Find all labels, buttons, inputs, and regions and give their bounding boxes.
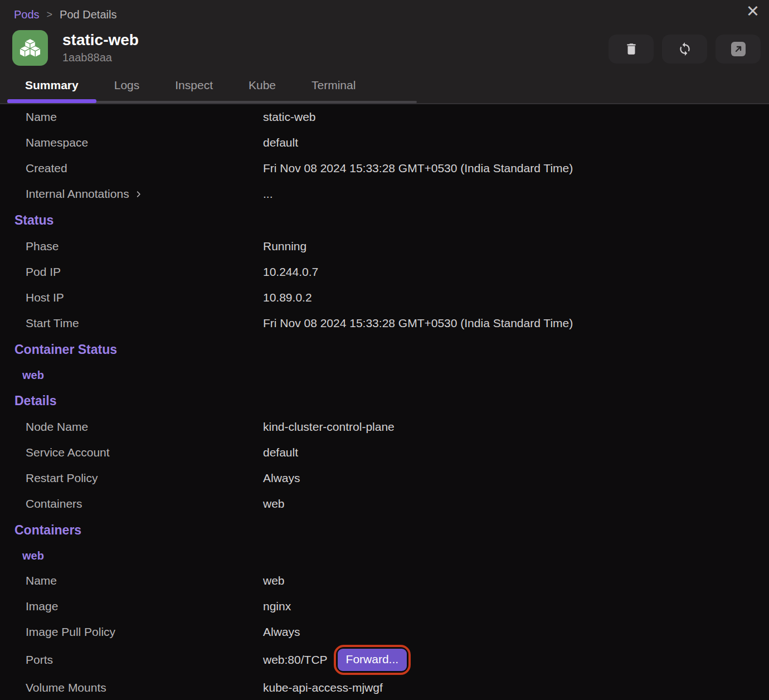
table-row: Internal Annotations... bbox=[0, 181, 769, 207]
section-heading: Status bbox=[0, 207, 769, 234]
row-label-text: Start Time bbox=[26, 317, 79, 330]
trash-icon bbox=[624, 42, 639, 56]
table-row: Nameweb bbox=[0, 568, 769, 594]
row-label-text: Ports bbox=[26, 653, 53, 667]
delete-button[interactable] bbox=[609, 35, 654, 64]
row-value: default bbox=[263, 446, 769, 459]
row-value-text: Fri Nov 08 2024 15:33:28 GMT+0530 (India… bbox=[263, 317, 573, 330]
row-value: Fri Nov 08 2024 15:33:28 GMT+0530 (India… bbox=[263, 317, 769, 330]
table-row: Namespacedefault bbox=[0, 130, 769, 155]
row-value-text: kind-cluster-control-plane bbox=[263, 420, 395, 434]
open-in-new-button[interactable] bbox=[716, 35, 761, 64]
row-value-text: default bbox=[263, 136, 298, 149]
pod-cubes-icon bbox=[12, 30, 48, 66]
row-label-text: Containers bbox=[26, 497, 82, 511]
row-label: Host IP bbox=[0, 291, 263, 304]
row-value: nginx bbox=[263, 600, 769, 613]
row-value-text: web:80/TCP bbox=[263, 653, 328, 667]
close-icon[interactable]: ✕ bbox=[746, 3, 760, 20]
row-value-text: web bbox=[263, 497, 285, 511]
row-value: Running bbox=[263, 240, 769, 253]
row-value-text: nginx bbox=[263, 600, 291, 613]
row-value-text: Always bbox=[263, 625, 300, 639]
row-value: kube-api-access-mjwgf bbox=[263, 681, 769, 694]
row-value: kind-cluster-control-plane bbox=[263, 420, 769, 434]
titles: static-web 1aab88aa bbox=[62, 30, 139, 64]
tab-bar: SummaryLogsInspectKubeTerminal bbox=[0, 67, 769, 103]
row-value: default bbox=[263, 136, 769, 149]
row-label-text: Host IP bbox=[26, 291, 64, 304]
pod-uid: 1aab88aa bbox=[62, 51, 139, 64]
table-row: Portsweb:80/TCPForward... bbox=[0, 645, 769, 675]
page-title: static-web bbox=[62, 32, 139, 49]
tab-kube[interactable]: Kube bbox=[231, 67, 294, 103]
section-heading: Container Status bbox=[0, 336, 769, 363]
row-value: Always bbox=[263, 625, 769, 639]
section-heading: Containers bbox=[0, 517, 769, 543]
row-label: Pod IP bbox=[0, 265, 263, 279]
row-label-text: Restart Policy bbox=[26, 471, 98, 485]
pod-details-header: Pods > Pod Details ✕ bbox=[0, 0, 769, 104]
sync-icon bbox=[678, 42, 692, 56]
chevron-right-icon[interactable] bbox=[134, 190, 143, 198]
table-row: Node Namekind-cluster-control-plane bbox=[0, 414, 769, 440]
table-row: Image Pull PolicyAlways bbox=[0, 619, 769, 645]
summary-content: Namestatic-webNamespacedefaultCreatedFri… bbox=[0, 104, 769, 700]
table-row: Restart PolicyAlways bbox=[0, 465, 769, 491]
row-value-text: kube-api-access-mjwgf bbox=[263, 681, 383, 694]
row-label-text: Volume Mounts bbox=[26, 681, 106, 694]
row-label: Name bbox=[0, 574, 263, 587]
row-label-text: Namespace bbox=[26, 136, 88, 149]
row-value-text: Always bbox=[263, 471, 300, 485]
row-label-text: Image Pull Policy bbox=[26, 625, 115, 639]
row-label: Phase bbox=[0, 240, 263, 253]
row-label: Created bbox=[0, 162, 263, 175]
row-label: Volume Mounts bbox=[0, 681, 263, 694]
row-label: Image Pull Policy bbox=[0, 625, 263, 639]
row-label: Ports bbox=[0, 653, 263, 667]
row-label-text: Internal Annotations bbox=[26, 187, 129, 201]
table-row: Pod IP10.244.0.7 bbox=[0, 259, 769, 285]
row-label-text: Pod IP bbox=[26, 265, 61, 279]
row-label: Start Time bbox=[0, 317, 263, 330]
breadcrumb-pods-link[interactable]: Pods bbox=[14, 8, 40, 21]
table-row: Host IP10.89.0.2 bbox=[0, 285, 769, 310]
row-label-text: Name bbox=[26, 110, 57, 124]
table-row: PhaseRunning bbox=[0, 234, 769, 259]
tab-inspect[interactable]: Inspect bbox=[157, 67, 231, 103]
highlight-ring: Forward... bbox=[334, 645, 411, 674]
row-value: web bbox=[263, 574, 769, 587]
row-value: static-web bbox=[263, 110, 769, 124]
row-label[interactable]: Internal Annotations bbox=[0, 187, 263, 201]
tab-terminal[interactable]: Terminal bbox=[294, 67, 373, 103]
row-label-text: Created bbox=[26, 162, 67, 175]
table-row: Start TimeFri Nov 08 2024 15:33:28 GMT+0… bbox=[0, 310, 769, 336]
row-label-text: Name bbox=[26, 574, 57, 587]
row-value-text: 10.244.0.7 bbox=[263, 265, 318, 279]
row-value-text: web bbox=[263, 574, 285, 587]
tab-logs[interactable]: Logs bbox=[96, 67, 158, 103]
row-label-text: Image bbox=[26, 600, 58, 613]
row-label-text: Service Account bbox=[26, 446, 110, 459]
row-value: web bbox=[263, 497, 769, 511]
row-value-text: ... bbox=[263, 187, 273, 201]
row-value-text: 10.89.0.2 bbox=[263, 291, 312, 304]
header-actions bbox=[609, 35, 761, 64]
section-heading: Details bbox=[0, 387, 769, 414]
popout-icon bbox=[731, 42, 746, 56]
row-value: 10.89.0.2 bbox=[263, 291, 769, 304]
table-row: CreatedFri Nov 08 2024 15:33:28 GMT+0530… bbox=[0, 155, 769, 181]
row-value-text: Running bbox=[263, 240, 306, 253]
table-row: Volume Mountskube-api-access-mjwgf bbox=[0, 675, 769, 700]
breadcrumb: Pods > Pod Details bbox=[0, 0, 769, 21]
row-label: Image bbox=[0, 600, 263, 613]
row-value-text: static-web bbox=[263, 110, 316, 124]
port-forward-button[interactable]: Forward... bbox=[338, 649, 407, 670]
row-value: Always bbox=[263, 471, 769, 485]
container-subheading: web bbox=[0, 543, 769, 568]
row-label: Restart Policy bbox=[0, 471, 263, 485]
refresh-button[interactable] bbox=[662, 35, 707, 64]
row-value: 10.244.0.7 bbox=[263, 265, 769, 279]
tab-summary[interactable]: Summary bbox=[7, 67, 96, 103]
row-value-text: Fri Nov 08 2024 15:33:28 GMT+0530 (India… bbox=[263, 162, 573, 175]
